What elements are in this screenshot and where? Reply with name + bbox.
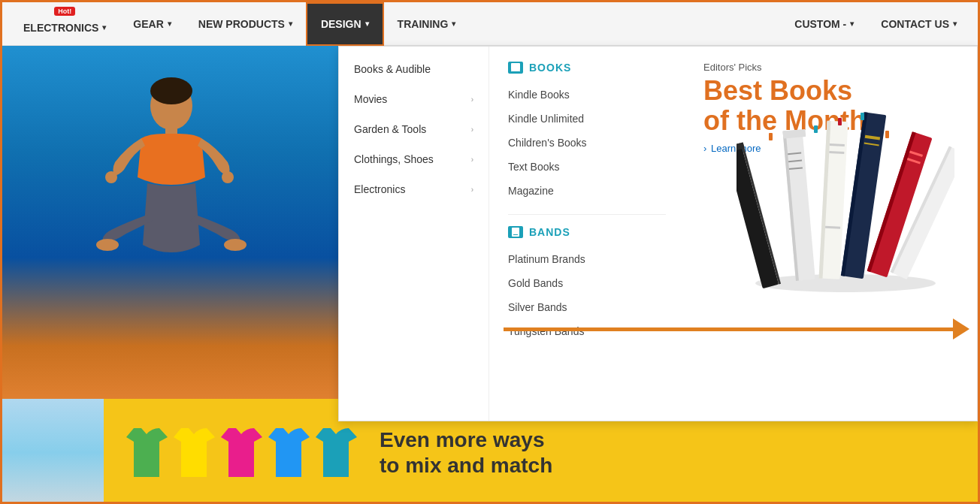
dropdown-item-electronics[interactable]: Electronics › bbox=[339, 174, 488, 204]
dropdown-item-label-movies: Movies bbox=[354, 93, 387, 105]
books-svg bbox=[737, 92, 954, 294]
arrow-head bbox=[953, 318, 969, 340]
nav-label-design: DESIGN bbox=[321, 18, 361, 30]
svg-rect-40 bbox=[885, 131, 889, 138]
dropdown-item-label-clothings-shoes: Clothings, Shoes bbox=[354, 153, 434, 165]
arrow-right-movies: › bbox=[471, 95, 473, 104]
yoga-illustration bbox=[66, 65, 277, 380]
nav-label-custom: CUSTOM - bbox=[794, 18, 846, 30]
caret-training: ▾ bbox=[452, 20, 455, 28]
tshirt-yellow bbox=[174, 428, 215, 477]
hero-figure bbox=[2, 46, 340, 399]
nav-label-training: TRAINING bbox=[398, 18, 449, 30]
dropdown-item-label-books-audible: Books & Audible bbox=[354, 63, 431, 75]
bottom-text: Even more ways to mix and match bbox=[380, 427, 552, 478]
svg-rect-7 bbox=[511, 63, 520, 71]
dropdown-item-label-garden-tools: Garden & Tools bbox=[354, 123, 426, 135]
top-navigation: Hot! ELECTRONICS ▾ GEAR ▾ NEW PRODUCTS ▾… bbox=[2, 2, 978, 46]
caret-custom: ▾ bbox=[850, 20, 854, 28]
caret-gear: ▾ bbox=[168, 20, 171, 28]
section-divider bbox=[508, 214, 666, 215]
svg-rect-8 bbox=[511, 71, 520, 71]
tshirt-blue bbox=[268, 428, 310, 477]
books-section-title: BOOKS bbox=[529, 62, 571, 74]
nav-item-contact-us[interactable]: CONTACT US ▾ bbox=[867, 2, 970, 46]
caret-new-products: ▾ bbox=[289, 20, 292, 28]
dropdown-promo-column: Editors' Picks Best Books of the Month ›… bbox=[685, 47, 977, 421]
svg-point-6 bbox=[224, 239, 247, 251]
books-section-header: BOOKS bbox=[508, 62, 666, 74]
link-magazine[interactable]: Magazine bbox=[508, 179, 666, 203]
dropdown-item-books-audible[interactable]: Books & Audible bbox=[339, 54, 488, 84]
tshirt-green bbox=[126, 428, 168, 477]
svg-rect-36 bbox=[769, 133, 773, 140]
bands-section-title: BANDS bbox=[529, 226, 570, 238]
nav-label-contact-us: CONTACT US bbox=[881, 18, 949, 30]
caret-contact-us: ▾ bbox=[953, 20, 957, 28]
dropdown-middle-column: BOOKS Kindle Books Kindle Unlimited Chil… bbox=[489, 47, 685, 421]
dropdown-menu: Books & Audible Movies › Garden & Tools … bbox=[338, 46, 978, 421]
nav-label-new-products: NEW PRODUCTS bbox=[198, 18, 285, 30]
nav-item-electronics[interactable]: Hot! ELECTRONICS ▾ bbox=[10, 2, 119, 46]
svg-rect-15 bbox=[783, 129, 815, 281]
nav-label-gear: GEAR bbox=[133, 18, 163, 30]
dropdown-item-clothings-shoes[interactable]: Clothings, Shoes › bbox=[339, 144, 488, 174]
svg-rect-9 bbox=[512, 228, 519, 237]
link-text-books[interactable]: Text Books bbox=[508, 155, 666, 179]
link-kindle-books[interactable]: Kindle Books bbox=[508, 83, 666, 107]
svg-rect-39 bbox=[861, 113, 864, 120]
link-childrens-books[interactable]: Children's Books bbox=[508, 131, 666, 155]
arrow-line bbox=[504, 327, 953, 331]
dropdown-left-column: Books & Audible Movies › Garden & Tools … bbox=[339, 47, 489, 421]
arrow-right-garden: › bbox=[471, 125, 473, 134]
nav-item-design[interactable]: DESIGN ▾ bbox=[306, 2, 384, 46]
bands-section-header: BANDS bbox=[508, 226, 666, 238]
svg-point-5 bbox=[96, 239, 119, 251]
arrow-decoration bbox=[504, 318, 969, 340]
dropdown-item-movies[interactable]: Movies › bbox=[339, 84, 488, 114]
bottom-left-image bbox=[2, 399, 104, 504]
arrow-right-clothings: › bbox=[471, 155, 473, 164]
caret-design: ▾ bbox=[365, 20, 369, 28]
main-area: Books & Audible Movies › Garden & Tools … bbox=[2, 46, 978, 504]
dropdown-item-label-electronics: Electronics bbox=[354, 183, 405, 195]
tablet-icon bbox=[508, 226, 523, 238]
svg-rect-38 bbox=[838, 118, 842, 125]
svg-rect-37 bbox=[814, 125, 818, 133]
svg-point-11 bbox=[755, 274, 936, 292]
hero-image bbox=[2, 46, 340, 399]
nav-item-custom[interactable]: CUSTOM - ▾ bbox=[781, 2, 867, 46]
book-icon bbox=[508, 62, 523, 74]
nav-label-electronics: ELECTRONICS bbox=[23, 22, 98, 34]
tshirt-group bbox=[126, 428, 357, 477]
nav-item-training[interactable]: TRAINING ▾ bbox=[384, 2, 470, 46]
svg-rect-12 bbox=[737, 143, 779, 288]
svg-rect-10 bbox=[513, 234, 518, 235]
svg-point-1 bbox=[150, 77, 192, 104]
books-illustration bbox=[737, 92, 954, 317]
svg-point-3 bbox=[105, 171, 117, 183]
nav-item-gear[interactable]: GEAR ▾ bbox=[119, 2, 184, 46]
bottom-text-line2: to mix and match bbox=[380, 453, 552, 478]
link-platinum-brands[interactable]: Platinum Brands bbox=[508, 247, 666, 271]
chevron-right-icon: › bbox=[703, 143, 706, 154]
dropdown-item-garden-tools[interactable]: Garden & Tools › bbox=[339, 114, 488, 144]
svg-point-4 bbox=[222, 171, 234, 183]
arrow-right-electronics: › bbox=[471, 186, 473, 194]
hot-badge: Hot! bbox=[54, 7, 75, 16]
link-kindle-unlimited[interactable]: Kindle Unlimited bbox=[508, 107, 666, 131]
editors-picks-label: Editors' Picks bbox=[703, 62, 958, 73]
tshirt-teal bbox=[316, 428, 357, 477]
link-silver-bands[interactable]: Silver Bands bbox=[508, 295, 666, 319]
tshirt-pink bbox=[221, 428, 262, 477]
bottom-text-line1: Even more ways bbox=[380, 427, 552, 453]
caret-electronics: ▾ bbox=[102, 23, 106, 32]
nav-item-new-products[interactable]: NEW PRODUCTS ▾ bbox=[185, 2, 306, 46]
link-gold-bands[interactable]: Gold Bands bbox=[508, 271, 666, 295]
